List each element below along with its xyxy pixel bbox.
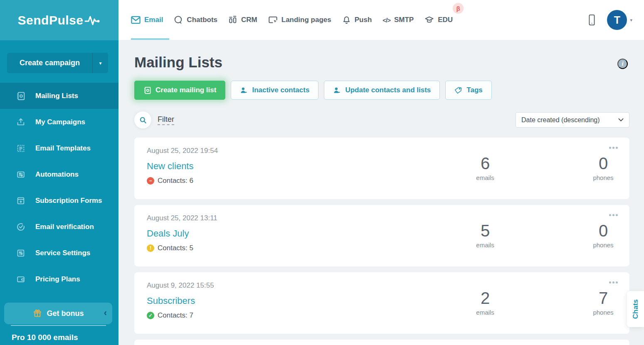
list-contacts: ! Contacts: 5 — [147, 244, 617, 252]
contacts-count: Contacts: 6 — [158, 177, 193, 185]
topnav: Email Chatbots CRM Land — [118, 0, 644, 40]
button-label: Inactive contacts — [252, 86, 309, 94]
emails-stat: 5 emails — [462, 222, 508, 249]
tab-label: EDU — [438, 16, 453, 24]
avatar[interactable]: T — [607, 10, 627, 30]
tab-label: CRM — [241, 16, 257, 24]
list-contacts: − Contacts: 6 — [147, 177, 617, 185]
tab-label: Push — [355, 16, 372, 24]
list-contacts: ✓ Contacts: 7 — [147, 311, 617, 320]
sidebar-item-label: My Campaigns — [35, 118, 85, 126]
get-bonus-button[interactable]: Get bonus ‹ — [4, 303, 112, 324]
logo-text: SendPulse — [18, 13, 84, 27]
gift-icon — [33, 309, 42, 318]
emails-count: 6 — [462, 154, 508, 172]
update-contacts-button[interactable]: Update contacts and lists — [324, 81, 440, 100]
chats-tab[interactable]: Chats — [627, 291, 644, 327]
sidebar-item-label: Service Settings — [35, 249, 90, 257]
emails-count: 5 — [462, 222, 508, 240]
tab-chatbots[interactable]: Chatbots — [174, 15, 217, 25]
more-options-icon[interactable] — [609, 214, 618, 216]
more-options-icon[interactable] — [609, 281, 618, 283]
list-date: August 25, 2022 19:54 — [147, 147, 617, 155]
contacts-count: Contacts: 7 — [158, 311, 193, 320]
sidebar: SendPulse Create campaign ▾ Mailing List… — [0, 0, 118, 345]
mobile-phone-icon[interactable] — [587, 14, 596, 26]
sidebar-item-label: Subscription Forms — [35, 197, 102, 205]
tab-landing-pages[interactable]: Landing pages — [268, 15, 331, 25]
logo[interactable]: SendPulse — [18, 13, 101, 27]
more-options-icon[interactable] — [609, 147, 618, 149]
info-icon[interactable]: i — [617, 59, 628, 69]
status-ok-icon: ✓ — [147, 312, 154, 319]
sort-select[interactable]: Date created (descending) — [516, 112, 629, 128]
sidebar-item-pricing-plans[interactable]: Pricing Plans — [0, 266, 118, 292]
phones-count: 0 — [580, 222, 626, 240]
topnav-right: T ▾ — [587, 10, 632, 30]
sort-select-value: Date created (descending) — [521, 116, 600, 124]
list-name-link[interactable]: Deals July — [147, 228, 189, 239]
button-label: Create mailing list — [155, 86, 216, 94]
phones-stat: 7 phones — [580, 289, 626, 316]
person-icon — [240, 86, 248, 94]
sidebar-item-subscription-forms[interactable]: Subscription Forms — [0, 187, 118, 214]
code-icon: </> — [382, 17, 390, 24]
filter-link[interactable]: Filter — [158, 115, 174, 125]
sidebar-item-mailing-lists[interactable]: Mailing Lists — [0, 83, 118, 109]
create-campaign-label: Create campaign — [7, 53, 92, 73]
emails-stat: 2 emails — [462, 289, 508, 316]
tags-button[interactable]: Tags — [445, 81, 491, 100]
crm-icon — [228, 15, 237, 25]
list-name-link[interactable]: New clients — [147, 161, 193, 172]
button-label: Update contacts and lists — [345, 86, 431, 94]
wallet-icon — [16, 274, 26, 284]
account-menu[interactable]: T ▾ — [607, 10, 632, 30]
sidebar-item-automations[interactable]: Automations — [0, 161, 118, 187]
beta-badge: β — [453, 3, 464, 14]
emails-stat: 6 emails — [462, 154, 508, 181]
phones-stat: 0 phones — [580, 154, 626, 181]
status-warning-icon: ! — [147, 244, 154, 252]
phones-stat: 0 phones — [580, 222, 626, 249]
chevron-left-icon[interactable]: ‹ — [104, 308, 107, 318]
tab-label: Landing pages — [281, 16, 331, 24]
address-book-icon — [16, 91, 26, 101]
tab-edu[interactable]: EDU β — [424, 15, 453, 25]
topnav-items: Email Chatbots CRM Land — [131, 15, 453, 25]
sidebar-header: SendPulse — [0, 0, 118, 40]
search-button[interactable] — [134, 111, 151, 128]
sidebar-item-label: Email verification — [35, 223, 94, 231]
main-content: Mailing Lists i Create mailing list Inac… — [118, 40, 644, 345]
tab-email[interactable]: Email — [131, 16, 163, 24]
tab-smtp[interactable]: </> SMTP — [382, 16, 414, 24]
template-icon — [16, 143, 26, 153]
chevron-down-icon[interactable]: ▾ — [92, 53, 108, 73]
emails-label: emails — [462, 242, 508, 249]
create-mailing-list-button[interactable]: Create mailing list — [134, 81, 225, 100]
get-bonus-label: Get bonus — [47, 309, 84, 318]
tab-crm[interactable]: CRM — [228, 15, 257, 25]
sidebar-item-email-templates[interactable]: Email Templates — [0, 135, 118, 161]
chevron-down-icon — [618, 118, 624, 122]
contacts-count: Contacts: 5 — [158, 244, 193, 252]
sidebar-item-email-verification[interactable]: Email verification — [0, 214, 118, 240]
address-book-icon — [143, 86, 151, 94]
tab-push[interactable]: Push — [342, 15, 372, 25]
active-tab-underline — [131, 38, 169, 40]
chats-tab-label: Chats — [632, 299, 640, 319]
create-campaign-button[interactable]: Create campaign ▾ — [7, 53, 108, 73]
tab-label: SMTP — [394, 16, 414, 24]
list-name-link[interactable]: Subscribers — [147, 296, 195, 306]
sidebar-item-label: Mailing Lists — [35, 92, 78, 100]
sidebar-item-service-settings[interactable]: Service Settings — [0, 240, 118, 266]
phones-count: 7 — [580, 289, 626, 307]
inactive-contacts-button[interactable]: Inactive contacts — [231, 81, 318, 100]
sidebar-item-my-campaigns[interactable]: My Campaigns — [0, 109, 118, 135]
button-label: Tags — [466, 86, 482, 94]
page-title: Mailing Lists — [134, 54, 629, 71]
chat-bubble-icon — [174, 15, 183, 25]
check-circle-icon — [16, 222, 26, 232]
mailing-lists: August 25, 2022 19:54 New clients − Cont… — [134, 138, 629, 345]
actions-row: Create mailing list Inactive contacts Up… — [134, 81, 629, 100]
sidebar-item-label: Automations — [35, 170, 79, 179]
